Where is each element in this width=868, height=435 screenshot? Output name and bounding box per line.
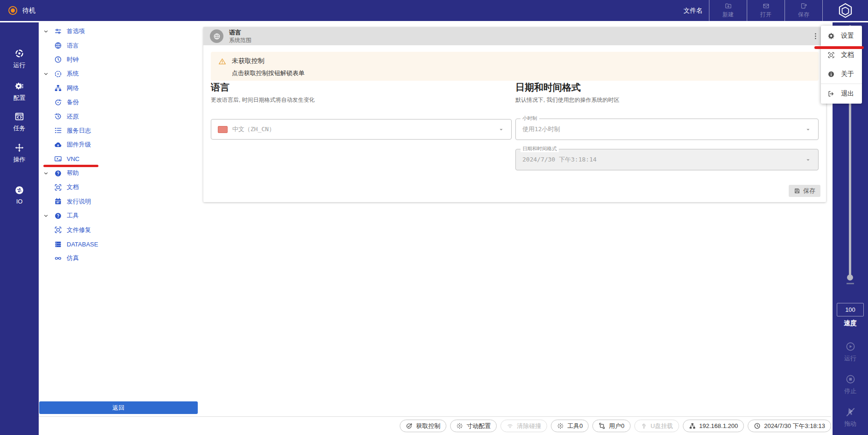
- rail-drag-label: 拖动: [844, 420, 856, 428]
- rail-run-button[interactable]: 运行: [833, 341, 868, 363]
- datetime-format-select[interactable]: 日期和时间格式 2024/7/30 下午3:18:14: [515, 149, 819, 170]
- language-select[interactable]: 中文（ZH_CN）: [211, 119, 512, 140]
- run-icon: [845, 341, 856, 352]
- status-bar: 获取控制寸动配置清除碰撞工具0用户0U盘挂载192.168.1.2002024/…: [39, 416, 831, 435]
- tree-item-label: VNC: [67, 155, 79, 162]
- slider-tick: [847, 283, 854, 284]
- datetime-icon: [754, 422, 761, 429]
- topbar-new-button[interactable]: 新建: [709, 0, 747, 21]
- open-icon: [763, 2, 770, 9]
- tree-item-system[interactable]: 系统: [39, 67, 199, 81]
- rail-run-label: 运行: [844, 354, 856, 363]
- pill-acquire-control[interactable]: 获取控制: [400, 420, 446, 432]
- language-settings-card: 语言 系统范围 未获取控制 点击获取控制按钮解锁表单 语言 更改语言后, 时间日…: [203, 27, 826, 202]
- tree-item-file-repair[interactable]: 文件修复: [39, 223, 199, 237]
- tree-item-clock[interactable]: 时钟: [39, 53, 199, 67]
- drag-icon: [845, 407, 856, 417]
- about-icon: [827, 70, 835, 78]
- rail-item-task[interactable]: 任务: [0, 112, 39, 133]
- tree-item-network[interactable]: 网络: [39, 81, 199, 95]
- menu-item-exit[interactable]: 退出: [821, 84, 862, 103]
- settings-icon: [827, 32, 835, 40]
- system-icon: [54, 70, 62, 78]
- operate-icon: [14, 143, 24, 153]
- save-button-label: 保存: [803, 187, 815, 195]
- tree-item-restore[interactable]: 还原: [39, 109, 199, 123]
- warning-banner: 未获取控制 点击获取控制按钮解锁表单: [211, 52, 819, 81]
- menu-item-label: 关于: [841, 70, 854, 78]
- pill-usb-mount[interactable]: U盘挂载: [634, 420, 679, 432]
- hour-format-select[interactable]: 小时制 使用12小时制: [515, 119, 819, 140]
- topbar: 待机 文件名 新建打开保存: [0, 0, 868, 21]
- tree-item-backup[interactable]: 备份: [39, 95, 199, 109]
- tool0-icon: [557, 422, 564, 429]
- pill-datetime[interactable]: 2024/7/30 下午3:18:13: [748, 420, 831, 432]
- robot-status: 待机: [8, 0, 35, 21]
- backup-icon: [54, 98, 62, 106]
- tree-item-tools[interactable]: 工具: [39, 209, 199, 223]
- tree-item-label: 网络: [67, 84, 79, 92]
- menu-item-label: 退出: [841, 90, 854, 98]
- filename-label: 文件名: [684, 0, 703, 21]
- datetime-section-desc: 默认情况下, 我们使用您的操作系统的时区: [515, 96, 619, 104]
- tree-item-vnc[interactable]: VNC: [39, 152, 199, 166]
- rail-stop-button[interactable]: 停止: [833, 374, 868, 395]
- pill-label: 工具0: [567, 422, 583, 430]
- tree-item-label: 工具: [67, 211, 79, 220]
- pill-label: 清除碰撞: [517, 422, 541, 430]
- menu-item-about[interactable]: 关于: [821, 64, 862, 84]
- acquire-control-icon: [406, 422, 413, 429]
- release-notes-icon: [54, 197, 62, 205]
- tree-item-language[interactable]: 语言: [39, 38, 199, 52]
- rail-drag-button[interactable]: 拖动: [833, 407, 868, 428]
- speed-slider-thumb[interactable]: [847, 274, 853, 281]
- rail-item-io[interactable]: IO: [0, 185, 39, 205]
- save-button[interactable]: 保存: [789, 185, 820, 197]
- pill-label: 寸动配置: [466, 422, 491, 430]
- pill-ip-address[interactable]: 192.168.1.200: [683, 420, 744, 432]
- pill-label: U盘挂载: [651, 422, 673, 430]
- rail-item-operate[interactable]: 操作: [0, 143, 39, 164]
- stop-icon: [845, 374, 856, 385]
- warning-icon: [218, 57, 226, 76]
- tree-item-release-notes[interactable]: 发行说明: [39, 195, 199, 209]
- warning-title: 未获取控制: [232, 57, 305, 65]
- docs-icon: [827, 51, 835, 59]
- tree-item-help[interactable]: 帮助: [39, 166, 199, 180]
- tree-item-docs[interactable]: 文档: [39, 180, 199, 194]
- cn-flag-icon: [218, 126, 228, 133]
- tree-item-label: 首选项: [67, 27, 85, 35]
- rail-item-label: 运行: [14, 61, 26, 70]
- back-button[interactable]: 返回: [39, 401, 198, 414]
- rail-stop-label: 停止: [844, 387, 856, 395]
- tree-item-service-log[interactable]: 服务日志: [39, 124, 199, 138]
- file-repair-icon: [54, 226, 62, 234]
- card-header: 语言 系统范围: [203, 27, 826, 45]
- topbar-save-button[interactable]: 保存: [785, 0, 822, 21]
- pill-clear-collision[interactable]: 清除碰撞: [500, 420, 547, 432]
- annotation-underline-settings: [814, 46, 864, 49]
- tree-item-firmware-upgrade[interactable]: 固件升级: [39, 138, 199, 152]
- pill-user0[interactable]: 用户0: [592, 420, 630, 432]
- pill-label: 192.168.1.200: [699, 422, 738, 429]
- topbar-open-button[interactable]: 打开: [747, 0, 785, 21]
- tree-item-database[interactable]: DATABASE: [39, 237, 199, 251]
- clear-collision-icon: [507, 422, 514, 429]
- pill-tool0[interactable]: 工具0: [551, 420, 589, 432]
- more-options-icon[interactable]: [812, 32, 819, 40]
- save-icon: [800, 2, 807, 9]
- rail-item-run[interactable]: 运行: [0, 49, 39, 70]
- speed-value: 100: [837, 303, 864, 316]
- pill-label: 用户0: [609, 422, 624, 430]
- pill-jog-config[interactable]: 寸动配置: [450, 420, 497, 432]
- language-select-value: 中文（ZH_CN）: [232, 125, 275, 133]
- tree-item-preferences[interactable]: 首选项: [39, 24, 199, 38]
- tree-item-label: 帮助: [67, 169, 79, 177]
- rail-item-label: 配置: [14, 94, 26, 102]
- tree-item-label: 备份: [67, 98, 79, 106]
- speed-label: 速度: [833, 319, 868, 328]
- tree-item-simulation[interactable]: 仿真: [39, 251, 199, 265]
- menu-item-settings[interactable]: 设置: [821, 26, 862, 45]
- tree-item-label: 文件修复: [67, 226, 91, 234]
- rail-item-config[interactable]: 配置: [0, 81, 39, 102]
